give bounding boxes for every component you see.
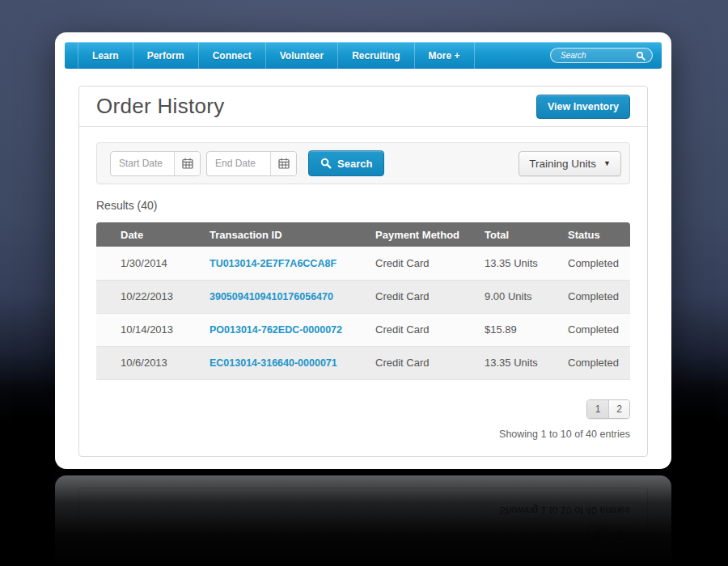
order-date: 10/6/2013: [96, 346, 210, 379]
order-total: 13.35 Units: [485, 247, 568, 280]
order-status: Completed: [568, 346, 630, 379]
top-navigation: Learn Perform Connect Volunteer Recruiti…: [65, 42, 662, 69]
end-date-calendar-button[interactable]: [270, 152, 296, 175]
pagination: 1 2: [96, 399, 630, 419]
nav-tabs: Learn Perform Connect Volunteer Recruiti…: [78, 42, 475, 69]
pagination-page-2[interactable]: 2: [608, 400, 629, 418]
end-date-field: [206, 151, 297, 176]
payment-method: Credit Card: [375, 346, 485, 379]
window-reflection: Learn Perform Connect Volunteer Recruiti…: [55, 475, 671, 566]
pagination-page-1[interactable]: 1: [587, 400, 608, 418]
orders-table: Date Transaction ID Payment Method Total…: [96, 222, 630, 380]
order-status: Completed: [568, 247, 630, 280]
transaction-cell: TU013014-2E7F7A6CCA8F: [210, 247, 375, 280]
transaction-link[interactable]: PO013014-762EDC-0000072: [210, 324, 342, 336]
nav-search-placeholder: Search: [561, 51, 636, 60]
nav-tab-more[interactable]: More +: [414, 42, 475, 69]
transaction-link[interactable]: TU013014-2E7F7A6CCA8F: [210, 258, 336, 269]
start-date-input[interactable]: [111, 152, 174, 175]
order-date: 1/30/2014: [96, 247, 210, 280]
payment-method: Credit Card: [375, 280, 485, 313]
filter-bar: Search Training Units ▼: [96, 142, 630, 184]
order-total: 9.00 Units: [485, 280, 568, 313]
column-header-status: Status: [568, 222, 630, 247]
column-header-transaction-id: Transaction ID: [210, 222, 375, 247]
transaction-link[interactable]: 3905094109410176056470: [210, 291, 333, 302]
nav-tab-learn[interactable]: Learn: [78, 42, 133, 69]
nav-tab-connect[interactable]: Connect: [198, 42, 265, 69]
calendar-icon: [278, 158, 290, 169]
orders-table-body: 1/30/2014TU013014-2E7F7A6CCA8FCredit Car…: [96, 247, 630, 379]
chevron-down-icon: ▼: [603, 160, 611, 167]
start-date-calendar-button[interactable]: [174, 152, 200, 175]
order-date: 10/22/2013: [96, 280, 210, 313]
app-window: Learn Perform Connect Volunteer Recruiti…: [55, 32, 671, 469]
search-button[interactable]: Search: [308, 150, 384, 176]
results-count: Results (40): [96, 199, 630, 212]
search-button-label: Search: [337, 158, 372, 170]
end-date-input[interactable]: [207, 152, 270, 175]
column-header-total: Total: [485, 222, 568, 247]
nav-tab-perform[interactable]: Perform: [133, 42, 198, 69]
nav-search-input[interactable]: Search: [550, 48, 653, 63]
order-status: Completed: [568, 280, 630, 313]
page-title: Order History: [96, 94, 224, 119]
transaction-link[interactable]: EC013014-316640-0000071: [210, 357, 337, 369]
table-row: 10/22/20133905094109410176056470Credit C…: [96, 280, 630, 313]
pagination-group: 1 2: [586, 399, 630, 419]
search-icon: [636, 51, 645, 61]
entries-summary: Showing 1 to 10 of 40 entries: [96, 429, 630, 440]
training-units-dropdown[interactable]: Training Units ▼: [518, 151, 621, 176]
column-header-payment-method: Payment Method: [375, 222, 485, 247]
nav-tab-volunteer[interactable]: Volunteer: [265, 42, 337, 69]
transaction-cell: EC013014-316640-0000071: [210, 346, 375, 379]
payment-method: Credit Card: [375, 247, 485, 280]
nav-tab-recruiting[interactable]: Recruiting: [337, 42, 413, 69]
table-row: 10/14/2013PO013014-762EDC-0000072Credit …: [96, 313, 630, 346]
start-date-field: [110, 151, 201, 176]
panel-body: Search Training Units ▼ Results (40): [79, 127, 647, 440]
calendar-icon: [182, 158, 193, 169]
column-header-date: Date: [96, 222, 210, 247]
search-icon: [320, 158, 332, 169]
payment-method: Credit Card: [375, 313, 485, 346]
table-row: 10/6/2013EC013014-316640-0000071Credit C…: [96, 346, 630, 379]
dropdown-selected-value: Training Units: [529, 158, 596, 170]
table-row: 1/30/2014TU013014-2E7F7A6CCA8FCredit Car…: [96, 247, 630, 280]
view-inventory-button[interactable]: View Inventory: [536, 95, 630, 119]
order-status: Completed: [568, 313, 630, 346]
order-history-panel: Order History View Inventory: [78, 86, 648, 457]
order-date: 10/14/2013: [96, 313, 210, 346]
order-total: $15.89: [485, 313, 568, 346]
order-total: 13.35 Units: [485, 346, 568, 379]
orders-table-header: Date Transaction ID Payment Method Total…: [96, 222, 630, 247]
panel-header: Order History View Inventory: [79, 87, 647, 127]
app-stage: Learn Perform Connect Volunteer Recruiti…: [55, 32, 671, 469]
transaction-cell: 3905094109410176056470: [210, 280, 375, 313]
transaction-cell: PO013014-762EDC-0000072: [210, 313, 375, 346]
